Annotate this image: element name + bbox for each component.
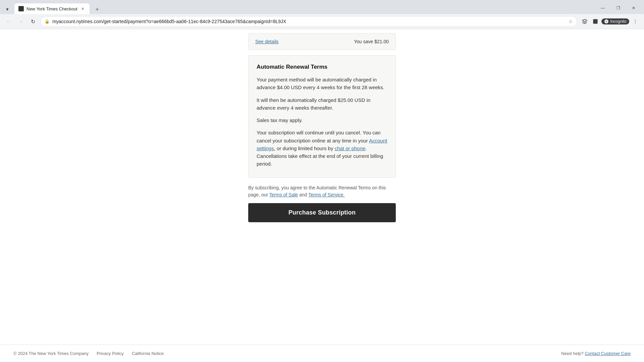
- page-content: See details You save $21.00 Automatic Re…: [0, 29, 644, 362]
- renewal-paragraph-4: Your subscription will continue until yo…: [257, 129, 387, 168]
- incognito-label: Incognito: [610, 19, 627, 24]
- profile-button[interactable]: [591, 17, 600, 26]
- privacy-policy-link[interactable]: Privacy Policy: [97, 351, 124, 356]
- savings-text: You save $21.00: [354, 39, 389, 44]
- back-button[interactable]: ←: [4, 17, 13, 26]
- terms-of-sale-link[interactable]: Terms of Sale: [269, 192, 298, 197]
- terms-text-2: and: [298, 192, 308, 197]
- terms-agreement-text: By subscribing, you agree to the Automat…: [248, 184, 396, 198]
- savings-card: See details You save $21.00: [248, 33, 396, 50]
- navigation-bar: ← → ↻ 🔒 myaccount.nytimes.com/get-starte…: [0, 14, 644, 29]
- maximize-button[interactable]: ❐: [610, 3, 626, 13]
- address-bar[interactable]: 🔒 myaccount.nytimes.com/get-started/paym…: [40, 16, 577, 27]
- purchase-subscription-button[interactable]: Purchase Subscription: [248, 203, 396, 222]
- terms-of-service-link[interactable]: Terms of Service.: [308, 192, 344, 197]
- renewal-terms-card: Automatic Renewal Terms Your payment met…: [248, 55, 396, 178]
- chat-or-phone-link[interactable]: chat or phone: [335, 145, 366, 151]
- renewal-title: Automatic Renewal Terms: [257, 64, 387, 70]
- renewal-paragraph-2: It will then be automatically charged $2…: [257, 96, 387, 112]
- forward-button[interactable]: →: [16, 17, 25, 26]
- footer-copyright: © 2024 The New York Times Company: [13, 351, 89, 356]
- renewal-paragraph-1: Your payment method will be automaticall…: [257, 76, 387, 92]
- renewal-para4-text2: , or during limited hours by: [274, 145, 335, 151]
- svg-rect-0: [593, 19, 598, 23]
- renewal-paragraph-3: Sales tax may apply.: [257, 116, 387, 124]
- see-details-link[interactable]: See details: [255, 39, 278, 44]
- new-tab-button[interactable]: +: [93, 5, 102, 14]
- tab-close-button[interactable]: ✕: [80, 6, 86, 11]
- minimize-button[interactable]: —: [595, 3, 610, 13]
- reload-button[interactable]: ↻: [28, 17, 38, 26]
- tab-title: New York Times Checkout: [26, 6, 77, 11]
- bookmark-icon[interactable]: ☆: [569, 19, 573, 24]
- footer-right: Need help? Contact Customer Care: [561, 351, 631, 356]
- tab-favicon: [18, 6, 24, 11]
- incognito-badge: Incognito: [601, 18, 629, 24]
- lock-icon: 🔒: [45, 19, 50, 24]
- extensions-button[interactable]: [580, 17, 589, 26]
- close-button[interactable]: ✕: [626, 3, 641, 13]
- active-tab[interactable]: New York Times Checkout ✕: [14, 3, 90, 14]
- california-notice-link[interactable]: California Notice: [132, 351, 164, 356]
- url-text: myaccount.nytimes.com/get-started/paymen…: [52, 19, 566, 24]
- tab-dropdown-icon[interactable]: ▼: [3, 5, 12, 14]
- page-footer: © 2024 The New York Times Company Privac…: [0, 345, 644, 362]
- menu-button[interactable]: ⋮: [631, 17, 640, 26]
- footer-left: © 2024 The New York Times Company Privac…: [13, 351, 164, 356]
- contact-customer-care-link[interactable]: Contact Customer Care: [585, 351, 631, 356]
- renewal-para4-text1: Your subscription will continue until yo…: [257, 130, 381, 143]
- footer-help-text: Need help?: [561, 351, 585, 356]
